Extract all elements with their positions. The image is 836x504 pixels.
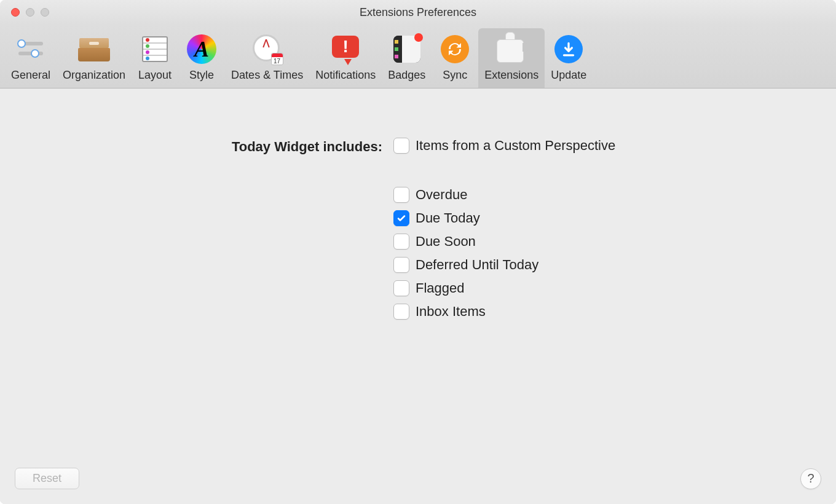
checkbox-inbox-items[interactable] bbox=[393, 304, 409, 320]
alert-bubble-icon: ! bbox=[328, 32, 363, 66]
option-label: Due Today bbox=[416, 210, 480, 226]
tab-label: General bbox=[11, 69, 50, 82]
checkbox-flagged[interactable] bbox=[393, 280, 409, 296]
tab-update[interactable]: Update bbox=[545, 28, 593, 88]
clock-calendar-icon: 17 bbox=[250, 32, 285, 66]
option-label: Deferred Until Today bbox=[416, 257, 538, 273]
option-label: Inbox Items bbox=[416, 304, 486, 320]
content-area: Today Widget includes: Items from a Cust… bbox=[0, 89, 836, 344]
help-button[interactable]: ? bbox=[800, 468, 821, 489]
option-label: Flagged bbox=[416, 280, 465, 296]
puzzle-piece-icon bbox=[494, 32, 529, 66]
tab-label: Notifications bbox=[315, 69, 376, 82]
tab-label: Style bbox=[189, 69, 214, 82]
today-widget-options: Items from a Custom Perspective Overdue … bbox=[393, 138, 615, 320]
option-label: Overdue bbox=[416, 187, 467, 203]
tab-extensions[interactable]: Extensions bbox=[478, 28, 545, 88]
tab-label: Extensions bbox=[484, 69, 538, 82]
tab-label: Organization bbox=[63, 69, 125, 82]
preferences-toolbar: General Organization Layout A S bbox=[0, 25, 836, 89]
option-custom-perspective[interactable]: Items from a Custom Perspective bbox=[393, 138, 615, 154]
checkbox-deferred-until-today[interactable] bbox=[393, 257, 409, 273]
option-overdue[interactable]: Overdue bbox=[393, 187, 615, 203]
checkbox-due-soon[interactable] bbox=[393, 234, 409, 250]
option-inbox-items[interactable]: Inbox Items bbox=[393, 304, 615, 320]
reset-button[interactable]: Reset bbox=[15, 468, 79, 489]
option-label: Items from a Custom Perspective bbox=[416, 138, 615, 154]
option-due-soon[interactable]: Due Soon bbox=[393, 234, 615, 250]
tab-layout[interactable]: Layout bbox=[132, 28, 178, 88]
badges-icon bbox=[390, 32, 424, 66]
tab-organization[interactable]: Organization bbox=[57, 28, 132, 88]
footer: Reset ? bbox=[0, 457, 836, 504]
option-due-today[interactable]: Due Today bbox=[393, 210, 615, 226]
tab-badges[interactable]: Badges bbox=[382, 28, 432, 88]
tab-label: Update bbox=[551, 69, 586, 82]
checkbox-overdue[interactable] bbox=[393, 187, 409, 203]
tab-label: Sync bbox=[443, 69, 467, 82]
tab-style[interactable]: A Style bbox=[178, 28, 225, 88]
download-arrow-icon bbox=[551, 32, 586, 66]
option-deferred-until-today[interactable]: Deferred Until Today bbox=[393, 257, 615, 273]
style-icon: A bbox=[184, 32, 219, 66]
tab-sync[interactable]: Sync bbox=[432, 28, 478, 88]
tab-general[interactable]: General bbox=[5, 28, 57, 88]
tab-label: Badges bbox=[388, 69, 425, 82]
today-widget-label: Today Widget includes: bbox=[25, 138, 393, 320]
tab-label: Layout bbox=[138, 69, 172, 82]
titlebar: Extensions Preferences bbox=[0, 0, 836, 25]
drawer-icon bbox=[77, 32, 111, 66]
tab-notifications[interactable]: ! Notifications bbox=[309, 28, 382, 88]
checkbox-due-today[interactable] bbox=[393, 210, 409, 226]
preferences-window: Extensions Preferences General Organizat… bbox=[0, 0, 836, 504]
sync-icon bbox=[438, 32, 472, 66]
layout-icon bbox=[138, 32, 172, 66]
cal-day: 17 bbox=[272, 57, 283, 65]
sliders-icon bbox=[14, 32, 48, 66]
tab-label: Dates & Times bbox=[231, 69, 303, 82]
tab-dates-times[interactable]: 17 Dates & Times bbox=[225, 28, 309, 88]
checkbox-custom-perspective[interactable] bbox=[393, 138, 409, 154]
option-label: Due Soon bbox=[416, 234, 476, 250]
option-flagged[interactable]: Flagged bbox=[393, 280, 615, 296]
window-title: Extensions Preferences bbox=[0, 6, 836, 19]
